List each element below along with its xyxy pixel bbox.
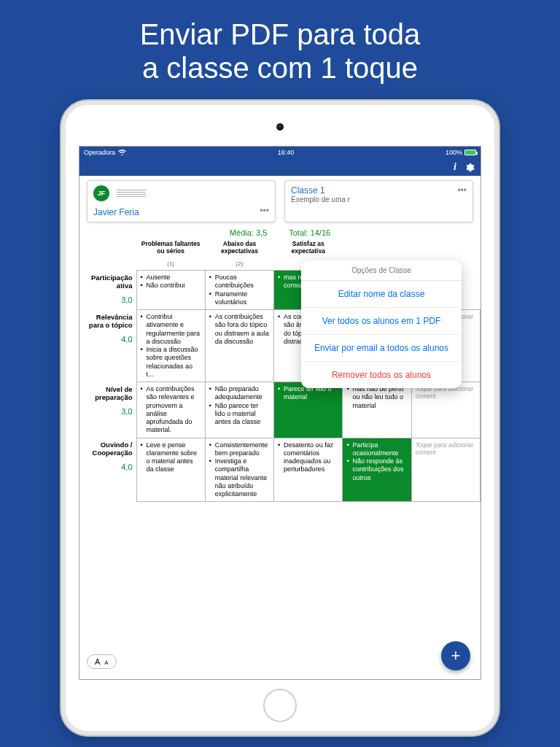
column-header: Abaixo das expectativas	[205, 237, 273, 258]
stats-row: Média: 3,5 Total: 14/16	[79, 228, 481, 237]
bullet-text: Poucas contribuições	[209, 274, 270, 290]
rubric-cell[interactable]: As contribuições são relevantes e promov…	[136, 382, 205, 438]
class-subtitle: Exemplo de uma r	[291, 196, 467, 204]
bullet-text: Raramente voluntários	[209, 290, 270, 307]
ipad-bezel: Operadora 16:40 100% i	[66, 105, 494, 731]
rubric-cell[interactable]: Consistentemente bem preparadoInvestiga …	[205, 438, 273, 502]
rubric-cell[interactable]: Desatento ou faz comentários inadequados…	[274, 438, 343, 502]
popover-item[interactable]: Editar nome da classe	[301, 281, 462, 308]
student-card[interactable]: JF Javier Feria •••	[87, 180, 276, 222]
rubric-cell[interactable]: Participa ocasionalmenteNão responde às …	[343, 438, 411, 502]
rubric-cell[interactable]: Leve e pense claramente sobre o material…	[136, 438, 205, 502]
row-label: Nível de preparação	[83, 385, 133, 401]
content-area: JF Javier Feria ••• Classe 1 •••	[79, 176, 481, 679]
bullet-text: Ausente	[141, 274, 201, 282]
popover-item[interactable]: Ver todos os alunos em 1 PDF	[301, 308, 462, 335]
bullet-text: Inicia a discussão sobre questões relaci…	[141, 346, 201, 379]
rubric-cell[interactable]: mas não de perto ou não leu todo o mater…	[343, 382, 411, 438]
student-name: Javier Feria	[93, 207, 139, 217]
status-time: 16:40	[126, 149, 446, 156]
bullet-text: Participa ocasionalmente	[346, 441, 407, 458]
student-more-icon[interactable]: •••	[260, 206, 269, 216]
rubric-row: Ouvindo / Cooperação4,0Leve e pense clar…	[79, 438, 481, 502]
bullet-text: Consistentemente bem preparado	[209, 441, 270, 458]
row-label-cell: Relevância para o tópico4,0	[79, 310, 136, 382]
column-number: (2)	[205, 258, 273, 271]
gear-icon[interactable]	[464, 162, 475, 173]
bullet-text: Não responde às contribuições dos outros	[346, 457, 407, 482]
class-card[interactable]: Classe 1 ••• Exemplo de uma r	[284, 180, 473, 222]
row-label: Participação ativa	[83, 274, 133, 290]
bullet-text: Não parece ter lido o material antes da …	[209, 402, 270, 427]
battery-icon	[464, 150, 476, 155]
plus-icon: +	[451, 646, 461, 665]
app-screen: Operadora 16:40 100% i	[79, 146, 481, 680]
battery-pct: 100%	[446, 149, 462, 156]
popover-item[interactable]: Remover todos os alunos	[301, 362, 462, 388]
column-header	[411, 237, 480, 258]
ipad-frame: Operadora 16:40 100% i	[61, 101, 499, 735]
popover-items: Editar nome da classeVer todos os alunos…	[301, 281, 462, 388]
row-score: 4,0	[83, 335, 133, 344]
marketing-headline: Enviar PDF para toda a classe com 1 toqu…	[0, 18, 560, 85]
row-label-cell: Ouvindo / Cooperação4,0	[79, 438, 136, 502]
header-cards: JF Javier Feria ••• Classe 1 •••	[79, 176, 481, 227]
rubric-cell[interactable]: Parece ter lido o material	[274, 382, 343, 438]
app-bar: i	[79, 158, 481, 176]
column-header: Problemas faltantes ou sérios	[136, 237, 205, 258]
row-score: 3,0	[83, 407, 133, 416]
home-button[interactable]	[263, 689, 297, 722]
popover-title: Opções de Classe	[301, 260, 462, 281]
row-score: 3,0	[83, 295, 133, 304]
row-label: Relevância para o tópico	[83, 313, 133, 329]
status-bar: Operadora 16:40 100%	[79, 147, 481, 158]
rubric-cell[interactable]: AusenteNão contribui	[136, 271, 205, 310]
row-label-cell: Participação ativa3,0	[79, 271, 136, 310]
bullet-text: As contribuições são relevantes e promov…	[141, 385, 201, 435]
popover-item[interactable]: Enviar por email a todos os alunos	[301, 335, 462, 362]
student-avatar: JF	[93, 185, 109, 201]
rubric-cell[interactable]: Toque para adicionar coment	[411, 438, 480, 502]
marketing-line2: a classe com 1 toque	[0, 51, 560, 85]
avatar-initials: JF	[98, 190, 106, 197]
bullet-text: As contribuições são fora do tópico ou d…	[209, 313, 270, 346]
class-title: Classe 1	[291, 185, 325, 196]
rubric-row: Nível de preparação3,0As contribuições s…	[79, 382, 481, 438]
bullet-text: Não contribui	[141, 282, 201, 290]
font-size-toggle[interactable]: A A	[87, 654, 117, 669]
font-large[interactable]: A	[95, 657, 100, 666]
lines-icon	[117, 188, 146, 198]
total-stat: Total: 14/16	[289, 228, 330, 237]
add-button[interactable]: +	[441, 641, 470, 670]
bullet-text: Desatento ou faz comentários inadequados…	[278, 441, 338, 474]
bullet-text: Investiga e compartilha material relevan…	[209, 457, 270, 498]
rubric-cell[interactable]: Não preparado adequadamenteNão parece te…	[205, 382, 273, 438]
column-header: Satisfaz as expectativa	[274, 237, 343, 258]
column-header	[343, 237, 411, 258]
carrier-label: Operadora	[84, 149, 115, 156]
media-stat: Média: 3,5	[230, 228, 267, 237]
rubric-cell[interactable]: Poucas contribuiçõesRaramente voluntário…	[205, 271, 273, 310]
status-left: Operadora	[84, 149, 126, 156]
row-label-cell: Nível de preparação3,0	[79, 382, 136, 438]
wifi-icon	[118, 150, 126, 156]
info-icon[interactable]: i	[454, 161, 456, 173]
rubric-cell[interactable]: Contribui ativamente e regularmente para…	[136, 310, 205, 382]
rubric-cell[interactable]: Toque para adicionar coment	[411, 382, 480, 438]
status-right: 100%	[446, 149, 476, 156]
row-label: Ouvindo / Cooperação	[83, 441, 133, 457]
row-score: 4,0	[83, 462, 133, 471]
bullet-text: mas não de perto ou não leu todo o mater…	[346, 385, 407, 410]
column-number: (1)	[136, 258, 205, 271]
font-small[interactable]: A	[104, 659, 108, 666]
bullet-text: Não preparado adequadamente	[209, 385, 270, 402]
class-options-popover: Opções de Classe Editar nome da classeVe…	[301, 260, 462, 388]
bullet-text: Contribui ativamente e regularmente para…	[141, 313, 201, 346]
rubric-cell[interactable]: As contribuições são fora do tópico ou d…	[205, 310, 273, 382]
camera-icon	[276, 123, 284, 131]
bullet-text: Leve e pense claramente sobre o material…	[141, 441, 201, 474]
class-more-icon[interactable]: •••	[457, 185, 467, 196]
marketing-line1: Enviar PDF para toda	[0, 18, 560, 51]
